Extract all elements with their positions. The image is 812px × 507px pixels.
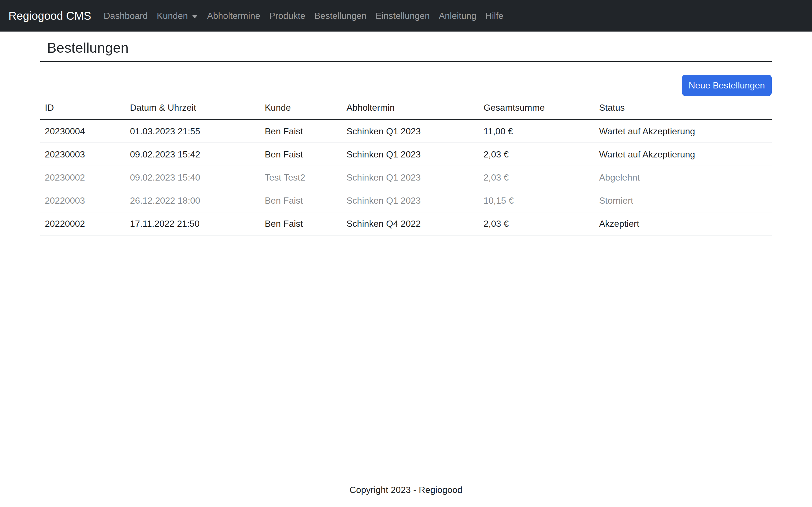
nav-item-label: Hilfe [486, 11, 504, 21]
page-title: Bestellungen [47, 40, 772, 56]
cell-status: Wartet auf Akzeptierung [595, 120, 772, 143]
nav-item-label: Kunden [157, 11, 188, 21]
cell-total: 10,15 € [479, 189, 595, 212]
cell-id: 20230003 [40, 143, 125, 166]
nav-item-abholtermine[interactable]: Abholtermine [202, 6, 265, 25]
cell-status: Abgelehnt [595, 166, 772, 189]
caret-down-icon [192, 15, 198, 18]
cell-customer: Ben Faist [260, 143, 342, 166]
nav-item-label: Abholtermine [207, 11, 260, 21]
navbar: Regiogood CMS DashboardKundenAbholtermin… [0, 0, 812, 32]
table-row[interactable]: 2022000217.11.2022 21:50Ben FaistSchinke… [40, 212, 772, 235]
nav-list-item: Kunden [152, 6, 202, 25]
nav-list-item: Produkte [265, 6, 310, 25]
cell-total: 2,03 € [479, 212, 595, 235]
actions-bar: Neue Bestellungen [40, 75, 772, 96]
cell-status: Wartet auf Akzeptierung [595, 143, 772, 166]
cell-datetime: 09.02.2023 15:42 [125, 143, 260, 166]
nav-item-kunden[interactable]: Kunden [152, 6, 202, 25]
cell-pickup: Schinken Q1 2023 [342, 189, 479, 212]
nav-item-hilfe[interactable]: Hilfe [481, 6, 508, 25]
nav-item-bestellungen[interactable]: Bestellungen [310, 6, 371, 25]
nav-list-item: Bestellungen [310, 6, 371, 25]
nav-list-item: Hilfe [481, 6, 508, 25]
cell-datetime: 26.12.2022 18:00 [125, 189, 260, 212]
table-row[interactable]: 2023000309.02.2023 15:42Ben FaistSchinke… [40, 143, 772, 166]
cell-pickup: Schinken Q1 2023 [342, 143, 479, 166]
cell-id: 20230004 [40, 120, 125, 143]
nav-list-item: Dashboard [99, 6, 153, 25]
cell-pickup: Schinken Q1 2023 [342, 120, 479, 143]
table-header-row: IDDatum & UhrzeitKundeAbholterminGesamts… [40, 96, 772, 120]
nav-item-produkte[interactable]: Produkte [265, 6, 310, 25]
cell-id: 20230002 [40, 166, 125, 189]
column-header-3: Abholtermin [342, 96, 479, 120]
cell-status: Akzeptiert [595, 212, 772, 235]
cell-total: 2,03 € [479, 143, 595, 166]
nav-list-item: Einstellungen [371, 6, 434, 25]
nav-menu: DashboardKundenAbholtermineProdukteBeste… [99, 6, 508, 25]
nav-item-einstellungen[interactable]: Einstellungen [371, 6, 434, 25]
cell-total: 11,00 € [479, 120, 595, 143]
column-header-4: Gesamtsumme [479, 96, 595, 120]
cell-id: 20220003 [40, 189, 125, 212]
cell-datetime: 09.02.2023 15:40 [125, 166, 260, 189]
cell-total: 2,03 € [479, 166, 595, 189]
cell-id: 20220002 [40, 212, 125, 235]
nav-item-label: Produkte [269, 11, 305, 21]
main-content: Bestellungen Neue Bestellungen IDDatum &… [40, 40, 772, 235]
table-row[interactable]: 2023000209.02.2023 15:40Test Test2Schink… [40, 166, 772, 189]
cell-datetime: 17.11.2022 21:50 [125, 212, 260, 235]
cell-customer: Ben Faist [260, 120, 342, 143]
column-header-2: Kunde [260, 96, 342, 120]
table-row[interactable]: 2022000326.12.2022 18:00Ben FaistSchinke… [40, 189, 772, 212]
table-row[interactable]: 2023000401.03.2023 21:55Ben FaistSchinke… [40, 120, 772, 143]
nav-item-anleitung[interactable]: Anleitung [434, 6, 481, 25]
new-orders-button[interactable]: Neue Bestellungen [682, 75, 772, 96]
cell-customer: Ben Faist [260, 189, 342, 212]
footer-copyright: Copyright 2023 - Regiogood [0, 485, 812, 495]
brand-link[interactable]: Regiogood CMS [8, 10, 91, 22]
nav-item-label: Dashboard [104, 11, 148, 21]
cell-pickup: Schinken Q1 2023 [342, 166, 479, 189]
nav-item-label: Einstellungen [375, 11, 430, 21]
column-header-1: Datum & Uhrzeit [125, 96, 260, 120]
cell-datetime: 01.03.2023 21:55 [125, 120, 260, 143]
column-header-5: Status [595, 96, 772, 120]
nav-list-item: Anleitung [434, 6, 481, 25]
cell-customer: Test Test2 [260, 166, 342, 189]
column-header-0: ID [40, 96, 125, 120]
cell-customer: Ben Faist [260, 212, 342, 235]
nav-item-label: Bestellungen [314, 11, 366, 21]
title-divider [40, 61, 772, 62]
cell-pickup: Schinken Q4 2022 [342, 212, 479, 235]
orders-table: IDDatum & UhrzeitKundeAbholterminGesamts… [40, 96, 772, 235]
cell-status: Storniert [595, 189, 772, 212]
nav-item-dashboard[interactable]: Dashboard [99, 6, 153, 25]
nav-list-item: Abholtermine [202, 6, 265, 25]
nav-item-label: Anleitung [439, 11, 476, 21]
